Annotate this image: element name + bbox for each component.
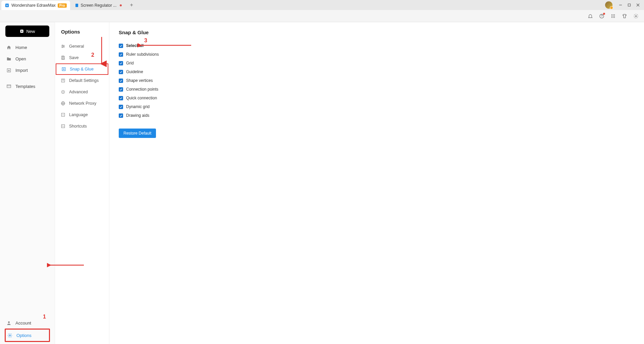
svg-point-15 xyxy=(613,17,613,17)
tab-second[interactable]: Screen Regulator ... xyxy=(71,1,125,10)
svg-text:Fn: Fn xyxy=(62,125,64,127)
opt-label: General xyxy=(69,44,84,49)
shirt-icon[interactable] xyxy=(621,12,629,20)
check-label: Dynamic grid xyxy=(126,104,150,109)
checkbox[interactable] xyxy=(119,96,123,100)
opt-label: Shortcuts xyxy=(69,124,87,129)
save-icon xyxy=(60,55,66,60)
check-label: Drawing aids xyxy=(126,113,149,118)
avatar[interactable] xyxy=(605,1,612,9)
sidebar-item-account[interactable]: Account xyxy=(0,317,55,329)
option-snap-glue[interactable]: Snap & Glue xyxy=(56,63,108,75)
snap-icon xyxy=(61,66,66,72)
svg-point-9 xyxy=(613,14,613,15)
svg-point-10 xyxy=(614,14,615,15)
checkbox[interactable] xyxy=(119,44,123,48)
checkbox[interactable] xyxy=(119,87,123,92)
check-connection-points: Connection points xyxy=(119,87,635,92)
minimize-button[interactable] xyxy=(616,1,625,9)
sidebar-item-templates[interactable]: Templates xyxy=(0,81,55,92)
svg-rect-0 xyxy=(5,4,9,7)
check-drawing-aids: Drawing aids xyxy=(119,113,635,118)
tab-second-label: Screen Regulator ... xyxy=(81,3,117,8)
check-label: Quick connection xyxy=(126,96,157,100)
help-icon[interactable] xyxy=(598,12,606,20)
tab-main-label: Wondershare EdrawMax xyxy=(11,3,56,8)
checkbox[interactable] xyxy=(119,105,123,109)
check-quick-connection: Quick connection xyxy=(119,96,635,100)
checkbox[interactable] xyxy=(119,61,123,65)
svg-point-11 xyxy=(611,15,612,16)
bell-icon[interactable] xyxy=(586,12,594,20)
checkbox[interactable] xyxy=(119,79,123,83)
language-icon: A xyxy=(60,112,66,117)
check-grid: Grid xyxy=(119,61,635,65)
checkbox[interactable] xyxy=(119,113,123,118)
option-advanced[interactable]: Advanced xyxy=(55,86,109,98)
import-icon xyxy=(6,67,11,73)
check-label: Select all xyxy=(126,43,144,48)
close-button[interactable] xyxy=(634,1,642,9)
account-icon xyxy=(6,320,11,326)
svg-point-28 xyxy=(62,45,63,46)
svg-text:A: A xyxy=(62,114,64,116)
gear-icon[interactable] xyxy=(632,12,640,20)
sidebar-item-label: Account xyxy=(15,321,31,326)
apps-icon[interactable] xyxy=(609,12,617,20)
main: New Home Open Import Templates 1 Account xyxy=(0,22,644,344)
gear-icon xyxy=(7,333,12,338)
option-shortcuts[interactable]: Fn Shortcuts xyxy=(55,120,109,132)
sidebar-item-label: Import xyxy=(15,68,28,73)
check-select-all: Select all xyxy=(119,43,635,48)
check-label: Connection points xyxy=(126,87,158,92)
option-general[interactable]: General xyxy=(55,41,109,52)
check-label: Guideline xyxy=(126,69,143,74)
check-label: Shape vertices xyxy=(126,78,153,83)
content-panel: Snap & Glue Select all Ruler subdivision… xyxy=(109,22,644,344)
sidebar-item-options[interactable]: Options xyxy=(7,332,48,339)
tab-main[interactable]: Wondershare EdrawMax Pro xyxy=(1,1,70,10)
maximize-button[interactable] xyxy=(625,1,633,9)
home-icon xyxy=(6,45,11,50)
add-tab-button[interactable]: + xyxy=(127,1,136,9)
sidebar-item-label: Options xyxy=(16,333,32,338)
sidebar-item-label: Templates xyxy=(15,84,35,89)
check-ruler-subdivisions: Ruler subdivisions xyxy=(119,52,635,57)
titlebar: Wondershare EdrawMax Pro Screen Regulato… xyxy=(0,0,644,10)
content-title: Snap & Glue xyxy=(119,30,635,35)
checkbox[interactable] xyxy=(119,52,123,57)
restore-default-button[interactable]: Restore Default xyxy=(119,129,156,138)
opt-label: Network Proxy xyxy=(69,101,96,106)
new-button[interactable]: New xyxy=(5,26,49,37)
sidebar-item-open[interactable]: Open xyxy=(0,53,55,64)
checkbox[interactable] xyxy=(119,70,123,74)
plus-icon xyxy=(19,29,24,34)
svg-point-34 xyxy=(63,68,64,70)
text-icon xyxy=(60,78,66,83)
svg-point-38 xyxy=(61,90,64,93)
svg-rect-21 xyxy=(7,85,10,88)
templates-icon xyxy=(6,84,11,89)
option-save[interactable]: Save xyxy=(55,52,109,63)
option-language[interactable]: A Language xyxy=(55,109,109,120)
sidebar-item-home[interactable]: Home xyxy=(0,42,55,53)
svg-point-12 xyxy=(613,15,613,16)
option-default-settings[interactable]: Default Settings xyxy=(55,75,109,86)
option-network-proxy[interactable]: Network Proxy xyxy=(55,98,109,109)
svg-point-30 xyxy=(62,47,63,48)
check-label: Grid xyxy=(126,61,134,65)
sidebar-left: New Home Open Import Templates 1 Account xyxy=(0,22,55,344)
svg-point-17 xyxy=(635,15,637,17)
sidebar-item-import[interactable]: Import xyxy=(0,64,55,76)
check-guideline: Guideline xyxy=(119,69,635,74)
unsaved-dot-icon xyxy=(120,4,122,6)
app-icon xyxy=(5,3,9,8)
top-icon-bar xyxy=(0,10,644,22)
svg-point-14 xyxy=(611,17,612,17)
opt-label: Save xyxy=(69,55,79,60)
options-title: Options xyxy=(55,29,109,41)
svg-rect-1 xyxy=(75,4,78,7)
options-highlight: Options xyxy=(5,329,50,342)
svg-point-23 xyxy=(8,321,10,323)
check-label: Ruler subdivisions xyxy=(126,52,159,57)
